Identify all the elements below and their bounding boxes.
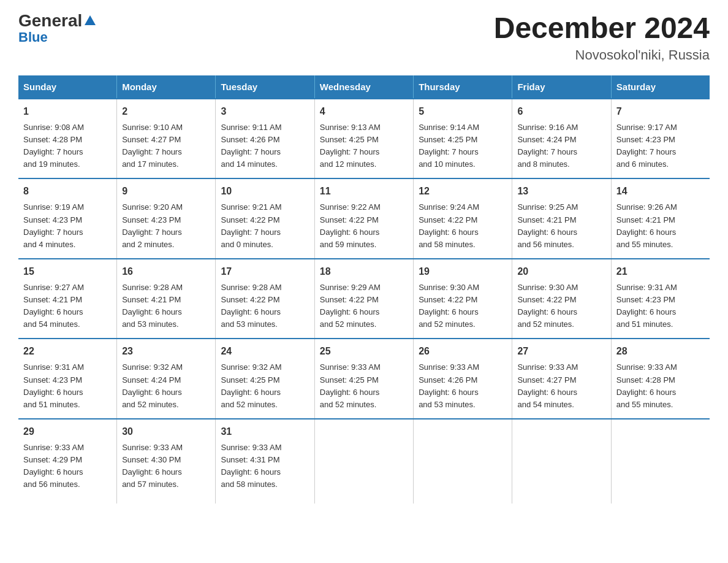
column-header-thursday: Thursday <box>414 75 512 99</box>
calendar-header-row: SundayMondayTuesdayWednesdayThursdayFrid… <box>18 75 710 99</box>
day-info: Sunrise: 9:14 AMSunset: 4:25 PMDaylight:… <box>419 121 507 171</box>
day-info: Sunrise: 9:33 AMSunset: 4:31 PMDaylight:… <box>221 442 309 491</box>
day-cell <box>314 419 413 504</box>
day-cell: 19Sunrise: 9:30 AMSunset: 4:22 PMDayligh… <box>414 259 512 339</box>
day-info: Sunrise: 9:28 AMSunset: 4:21 PMDaylight:… <box>122 282 210 331</box>
day-cell <box>611 419 710 504</box>
column-header-saturday: Saturday <box>611 75 710 99</box>
day-cell: 16Sunrise: 9:28 AMSunset: 4:21 PMDayligh… <box>117 259 216 339</box>
day-number: 11 <box>320 184 408 199</box>
day-number: 9 <box>122 184 210 199</box>
column-header-tuesday: Tuesday <box>216 75 314 99</box>
day-info: Sunrise: 9:20 AMSunset: 4:23 PMDaylight:… <box>122 201 210 251</box>
day-cell <box>414 419 512 504</box>
day-info: Sunrise: 9:28 AMSunset: 4:22 PMDaylight:… <box>221 282 309 331</box>
day-info: Sunrise: 9:19 AMSunset: 4:23 PMDaylight:… <box>23 201 112 251</box>
day-cell: 29Sunrise: 9:33 AMSunset: 4:29 PMDayligh… <box>18 419 117 504</box>
day-cell: 11Sunrise: 9:22 AMSunset: 4:22 PMDayligh… <box>314 178 413 259</box>
logo-general-text: General <box>18 12 82 29</box>
column-header-sunday: Sunday <box>18 75 117 99</box>
day-info: Sunrise: 9:31 AMSunset: 4:23 PMDaylight:… <box>23 361 112 411</box>
day-number: 26 <box>419 344 507 359</box>
day-cell: 5Sunrise: 9:14 AMSunset: 4:25 PMDaylight… <box>414 99 512 179</box>
calendar-table: SundayMondayTuesdayWednesdayThursdayFrid… <box>18 75 710 504</box>
day-info: Sunrise: 9:16 AMSunset: 4:24 PMDaylight:… <box>517 121 605 171</box>
day-info: Sunrise: 9:24 AMSunset: 4:22 PMDaylight:… <box>419 201 507 251</box>
day-cell: 6Sunrise: 9:16 AMSunset: 4:24 PMDaylight… <box>512 99 611 179</box>
week-row-1: 1Sunrise: 9:08 AMSunset: 4:28 PMDaylight… <box>18 99 710 179</box>
day-cell: 10Sunrise: 9:21 AMSunset: 4:22 PMDayligh… <box>216 178 314 259</box>
day-info: Sunrise: 9:33 AMSunset: 4:28 PMDaylight:… <box>616 361 705 411</box>
day-cell: 9Sunrise: 9:20 AMSunset: 4:23 PMDaylight… <box>117 178 216 259</box>
day-number: 23 <box>122 344 210 359</box>
day-info: Sunrise: 9:30 AMSunset: 4:22 PMDaylight:… <box>419 282 507 331</box>
day-cell: 23Sunrise: 9:32 AMSunset: 4:24 PMDayligh… <box>117 339 216 419</box>
day-cell: 25Sunrise: 9:33 AMSunset: 4:25 PMDayligh… <box>314 339 413 419</box>
day-cell: 22Sunrise: 9:31 AMSunset: 4:23 PMDayligh… <box>18 339 117 419</box>
calendar-title-block: December 2024 Novosokol'niki, Russia <box>494 12 710 63</box>
day-number: 22 <box>23 344 112 359</box>
day-cell: 1Sunrise: 9:08 AMSunset: 4:28 PMDaylight… <box>18 99 117 179</box>
day-number: 7 <box>616 104 705 119</box>
day-number: 31 <box>221 424 309 439</box>
day-number: 8 <box>23 184 112 199</box>
day-cell: 2Sunrise: 9:10 AMSunset: 4:27 PMDaylight… <box>117 99 216 179</box>
day-number: 13 <box>517 184 605 199</box>
calendar-subtitle: Novosokol'niki, Russia <box>494 47 710 63</box>
day-number: 19 <box>419 264 507 279</box>
week-row-3: 15Sunrise: 9:27 AMSunset: 4:21 PMDayligh… <box>18 259 710 339</box>
day-cell: 13Sunrise: 9:25 AMSunset: 4:21 PMDayligh… <box>512 178 611 259</box>
week-row-4: 22Sunrise: 9:31 AMSunset: 4:23 PMDayligh… <box>18 339 710 419</box>
logo-blue-text: Blue <box>18 29 48 45</box>
day-cell: 7Sunrise: 9:17 AMSunset: 4:23 PMDaylight… <box>611 99 710 179</box>
day-number: 3 <box>221 104 309 119</box>
day-info: Sunrise: 9:13 AMSunset: 4:25 PMDaylight:… <box>320 121 408 171</box>
day-info: Sunrise: 9:33 AMSunset: 4:27 PMDaylight:… <box>517 361 605 411</box>
day-number: 21 <box>616 264 705 279</box>
day-cell: 30Sunrise: 9:33 AMSunset: 4:30 PMDayligh… <box>117 419 216 504</box>
week-row-5: 29Sunrise: 9:33 AMSunset: 4:29 PMDayligh… <box>18 419 710 504</box>
day-info: Sunrise: 9:33 AMSunset: 4:26 PMDaylight:… <box>419 361 507 411</box>
day-number: 4 <box>320 104 408 119</box>
day-number: 24 <box>221 344 309 359</box>
day-cell: 26Sunrise: 9:33 AMSunset: 4:26 PMDayligh… <box>414 339 512 419</box>
day-number: 1 <box>23 104 112 119</box>
day-number: 5 <box>419 104 507 119</box>
day-number: 2 <box>122 104 210 119</box>
day-number: 16 <box>122 264 210 279</box>
day-info: Sunrise: 9:11 AMSunset: 4:26 PMDaylight:… <box>221 121 309 171</box>
day-number: 10 <box>221 184 309 199</box>
day-info: Sunrise: 9:32 AMSunset: 4:25 PMDaylight:… <box>221 361 309 411</box>
day-cell: 3Sunrise: 9:11 AMSunset: 4:26 PMDaylight… <box>216 99 314 179</box>
day-info: Sunrise: 9:33 AMSunset: 4:25 PMDaylight:… <box>320 361 408 411</box>
day-info: Sunrise: 9:25 AMSunset: 4:21 PMDaylight:… <box>517 201 605 251</box>
day-number: 15 <box>23 264 112 279</box>
day-info: Sunrise: 9:27 AMSunset: 4:21 PMDaylight:… <box>23 282 112 331</box>
day-number: 20 <box>517 264 605 279</box>
day-cell: 28Sunrise: 9:33 AMSunset: 4:28 PMDayligh… <box>611 339 710 419</box>
day-cell: 24Sunrise: 9:32 AMSunset: 4:25 PMDayligh… <box>216 339 314 419</box>
day-info: Sunrise: 9:17 AMSunset: 4:23 PMDaylight:… <box>616 121 705 171</box>
day-info: Sunrise: 9:10 AMSunset: 4:27 PMDaylight:… <box>122 121 210 171</box>
day-cell: 20Sunrise: 9:30 AMSunset: 4:22 PMDayligh… <box>512 259 611 339</box>
logo-triangle-icon <box>85 15 96 25</box>
day-info: Sunrise: 9:21 AMSunset: 4:22 PMDaylight:… <box>221 201 309 251</box>
column-header-monday: Monday <box>117 75 216 99</box>
week-row-2: 8Sunrise: 9:19 AMSunset: 4:23 PMDaylight… <box>18 178 710 259</box>
column-header-friday: Friday <box>512 75 611 99</box>
day-cell: 15Sunrise: 9:27 AMSunset: 4:21 PMDayligh… <box>18 259 117 339</box>
day-info: Sunrise: 9:26 AMSunset: 4:21 PMDaylight:… <box>616 201 705 251</box>
day-info: Sunrise: 9:32 AMSunset: 4:24 PMDaylight:… <box>122 361 210 411</box>
day-number: 17 <box>221 264 309 279</box>
day-cell <box>512 419 611 504</box>
day-info: Sunrise: 9:33 AMSunset: 4:30 PMDaylight:… <box>122 442 210 491</box>
day-cell: 4Sunrise: 9:13 AMSunset: 4:25 PMDaylight… <box>314 99 413 179</box>
day-info: Sunrise: 9:30 AMSunset: 4:22 PMDaylight:… <box>517 282 605 331</box>
calendar-title: December 2024 <box>494 12 710 45</box>
page-header: General Blue December 2024 Novosokol'nik… <box>18 12 710 63</box>
day-number: 6 <box>517 104 605 119</box>
day-number: 12 <box>419 184 507 199</box>
day-number: 25 <box>320 344 408 359</box>
day-cell: 14Sunrise: 9:26 AMSunset: 4:21 PMDayligh… <box>611 178 710 259</box>
day-number: 30 <box>122 424 210 439</box>
